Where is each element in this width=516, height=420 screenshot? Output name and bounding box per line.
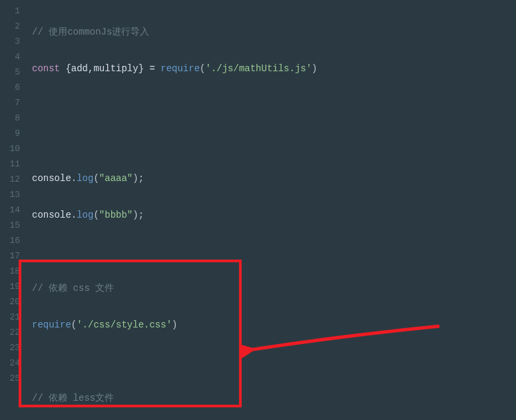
- line-number: 22: [0, 325, 27, 340]
- line-number: 6: [0, 80, 27, 95]
- function-call: require: [32, 319, 71, 330]
- line-number: 14: [0, 202, 27, 218]
- line-number: 16: [0, 233, 27, 248]
- line-number: 17: [0, 248, 27, 264]
- code-line[interactable]: // 依赖 less文件: [32, 391, 516, 406]
- line-number: 25: [0, 371, 27, 386]
- function-call: log: [77, 210, 93, 220]
- string-literal: './css/style.css': [77, 319, 172, 330]
- line-number: 7: [0, 95, 27, 110]
- line-number: 5: [0, 65, 27, 80]
- code-line[interactable]: // 依赖 css 文件: [32, 281, 516, 296]
- line-number: 1: [0, 3, 27, 19]
- line-number: 18: [0, 264, 27, 279]
- line-number: 23: [0, 340, 27, 355]
- line-number: 3: [0, 34, 27, 49]
- code-line[interactable]: [32, 134, 516, 150]
- line-number: 10: [0, 141, 27, 156]
- line-number: 12: [0, 172, 27, 187]
- code-editor: 1 2 3 4 5 6 7 8 9 10 11 12 13 14 15 16 1…: [0, 0, 516, 420]
- string-literal: "bbbb": [99, 210, 132, 220]
- line-number: 21: [0, 310, 27, 325]
- line-number: 19: [0, 279, 27, 294]
- punct: (: [71, 319, 77, 330]
- code-line[interactable]: // 使用commonJs进行导入: [32, 25, 516, 40]
- code-line[interactable]: console.log("bbbb");: [32, 208, 516, 223]
- line-number: 11: [0, 156, 27, 172]
- line-number: 9: [0, 126, 27, 141]
- punct: .: [71, 210, 77, 220]
- keyword: const: [32, 63, 60, 74]
- code-line[interactable]: [32, 354, 516, 369]
- punct: );: [132, 173, 144, 184]
- identifier: console: [32, 210, 71, 220]
- string-literal: './js/mathUtils.js': [205, 63, 312, 74]
- line-number: 15: [0, 218, 27, 233]
- line-number: 4: [0, 49, 27, 65]
- punct: (: [93, 173, 99, 184]
- line-number: 13: [0, 187, 27, 202]
- code-line[interactable]: require('./css/style.css'): [32, 317, 516, 333]
- string-literal: "aaaa": [99, 173, 132, 184]
- punct: ): [312, 63, 317, 74]
- function-call: require: [160, 63, 200, 74]
- line-number: 2: [0, 19, 27, 34]
- identifier: console: [32, 173, 71, 184]
- line-number: 24: [0, 355, 27, 371]
- punct: );: [132, 210, 144, 220]
- line-number: 20: [0, 294, 27, 310]
- identifier: {add,multiply} =: [60, 63, 160, 74]
- code-line[interactable]: [32, 244, 516, 260]
- code-area[interactable]: // 使用commonJs进行导入 const {add,multiply} =…: [27, 0, 516, 420]
- punct: ): [172, 319, 177, 330]
- comment-text: // 依赖 less文件: [32, 393, 114, 403]
- line-number: 8: [0, 110, 27, 126]
- code-line[interactable]: const {add,multiply} = require('./js/mat…: [32, 61, 516, 77]
- punct: .: [71, 173, 77, 184]
- code-line[interactable]: console.log("aaaa");: [32, 171, 516, 186]
- line-number-gutter: 1 2 3 4 5 6 7 8 9 10 11 12 13 14 15 16 1…: [0, 0, 27, 420]
- comment-text: // 依赖 css 文件: [32, 283, 114, 294]
- comment-text: // 使用commonJs进行导入: [32, 27, 149, 37]
- code-line[interactable]: [32, 98, 516, 113]
- function-call: log: [77, 173, 93, 184]
- punct: (: [93, 210, 99, 220]
